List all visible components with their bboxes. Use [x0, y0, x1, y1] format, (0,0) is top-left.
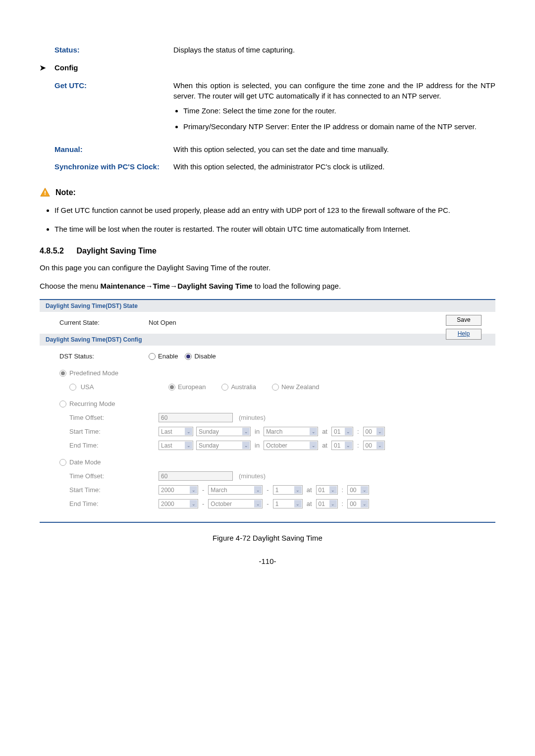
recur-start-label: Start Time:	[48, 428, 159, 435]
date-mode-radio[interactable]	[59, 459, 66, 466]
chevron-down-icon: ⌄	[254, 500, 262, 507]
figure-caption: Figure 4-72 Daylight Saving Time	[40, 534, 495, 542]
recur-start-day[interactable]: Sunday⌄	[196, 427, 251, 436]
usa-radio[interactable]	[69, 384, 76, 391]
nz-radio[interactable]	[272, 384, 279, 391]
date-mode-label: Date Mode	[69, 458, 101, 466]
dst-config-panel: Daylight Saving Time(DST) State Current …	[40, 299, 495, 523]
dst-intro: On this page you can configure the Dayli…	[40, 262, 495, 273]
dash: -	[198, 500, 208, 507]
chevron-down-icon: ⌄	[376, 428, 384, 435]
chevron-down-icon: ⌄	[345, 442, 352, 449]
config-heading-row: ➤ Config	[40, 62, 495, 73]
current-state-label: Current State:	[48, 319, 149, 326]
recurring-mode-radio[interactable]	[59, 401, 66, 407]
recur-start-month[interactable]: March⌄	[264, 427, 318, 436]
chevron-down-icon: ⌄	[190, 486, 197, 494]
date-end-min[interactable]: 00⌄	[347, 499, 369, 508]
colon: :	[353, 428, 363, 435]
dst-config-body: DST Status: Enable Disable Save Help Pre…	[40, 346, 495, 515]
section-number: 4.8.5.2	[40, 247, 74, 255]
warning-icon	[40, 187, 51, 198]
date-start-year[interactable]: 2000⌄	[159, 485, 198, 495]
manual-row: Manual: With this option selected, you c…	[40, 144, 495, 155]
at-label: at	[303, 500, 316, 507]
get-utc-desc: When this option is selected, you can co…	[173, 80, 495, 137]
dst-status-label: DST Status:	[48, 353, 149, 360]
nz-label: New Zealand	[281, 383, 320, 391]
get-utc-label: Get UTC:	[54, 80, 173, 137]
chevron-down-icon: ⌄	[361, 486, 368, 494]
note-item-1: If Get UTC function cannot be used prope…	[54, 205, 495, 216]
note-title: Note:	[55, 188, 76, 197]
manual-label: Manual:	[54, 144, 173, 155]
disable-radio[interactable]	[185, 353, 192, 360]
chevron-down-icon: ⌄	[329, 500, 337, 507]
section-title: Daylight Saving Time	[76, 247, 157, 255]
recur-end-month[interactable]: October⌄	[264, 441, 318, 450]
chevron-down-icon: ⌄	[329, 486, 337, 494]
status-label: Status:	[54, 45, 173, 55]
at-label: at	[318, 428, 331, 435]
save-button[interactable]: Save	[446, 315, 482, 326]
bullet-ntp: Primary/Secondary NTP Server: Enter the …	[183, 121, 495, 132]
recur-end-hour[interactable]: 01⌄	[331, 441, 353, 450]
menu-suffix: to load the following page.	[253, 282, 341, 290]
date-start-min[interactable]: 00⌄	[347, 485, 369, 495]
recur-start-min[interactable]: 00⌄	[363, 427, 385, 436]
bullet-timezone: Time Zone: Select the time zone for the …	[183, 105, 495, 116]
at-label: at	[318, 442, 331, 449]
note-list: If Get UTC function cannot be used prope…	[40, 205, 495, 235]
colon: :	[353, 442, 363, 449]
dst-config-head: Daylight Saving Time(DST) Config	[40, 334, 495, 346]
date-start-label: Start Time:	[48, 486, 159, 494]
recur-start-hour[interactable]: 01⌄	[331, 427, 353, 436]
chevron-down-icon: ⌄	[294, 486, 302, 494]
svg-rect-2	[45, 194, 46, 195]
usa-label: USA	[81, 383, 94, 391]
enable-label: Enable	[158, 353, 178, 360]
manual-desc: With this option selected, you can set t…	[173, 144, 495, 155]
predefined-mode-radio[interactable]	[59, 370, 66, 377]
predefined-mode-label: Predefined Mode	[69, 369, 118, 377]
dash: -	[198, 486, 208, 494]
chevron-down-icon: ⌄	[361, 500, 368, 507]
date-start-month[interactable]: March⌄	[208, 485, 263, 495]
date-end-year[interactable]: 2000⌄	[159, 499, 198, 508]
chevron-down-icon: ⌄	[185, 442, 192, 449]
date-end-hour[interactable]: 01⌄	[316, 499, 338, 508]
sync-desc: With this option selected, the administr…	[173, 161, 495, 172]
colon: :	[338, 486, 348, 494]
date-end-day[interactable]: 1⌄	[273, 499, 303, 508]
european-radio[interactable]	[168, 384, 175, 391]
recur-end-week[interactable]: Last⌄	[159, 441, 193, 450]
recur-end-day[interactable]: Sunday⌄	[196, 441, 251, 450]
recur-end-min[interactable]: 00⌄	[363, 441, 385, 450]
help-button[interactable]: Help	[446, 329, 482, 340]
chevron-down-icon: ⌄	[345, 428, 352, 435]
minutes-label-1: (minutes)	[239, 414, 266, 421]
date-time-offset-input[interactable]: 60	[159, 471, 233, 481]
enable-radio[interactable]	[149, 353, 156, 360]
date-time-offset-label: Time Offset:	[48, 472, 159, 480]
disable-label: Disable	[194, 353, 215, 360]
config-heading: Config	[54, 62, 173, 73]
recur-start-week[interactable]: Last⌄	[159, 427, 193, 436]
svg-rect-1	[45, 191, 46, 194]
date-start-day[interactable]: 1⌄	[273, 485, 303, 495]
colon: :	[338, 500, 348, 507]
date-start-hour[interactable]: 01⌄	[316, 485, 338, 495]
australia-label: Australia	[231, 383, 256, 391]
chevron-down-icon: ⌄	[254, 486, 262, 494]
chevron-down-icon: ⌄	[310, 442, 317, 449]
status-row: Status: Displays the status of time capt…	[40, 45, 495, 55]
chevron-down-icon: ⌄	[242, 442, 250, 449]
current-state-value: Not Open	[149, 319, 176, 326]
recurring-mode-label: Recurring Mode	[69, 400, 115, 407]
recur-time-offset-input[interactable]: 60	[159, 413, 233, 422]
dst-section-heading: 4.8.5.2 Daylight Saving Time	[40, 247, 495, 255]
date-end-month[interactable]: October⌄	[208, 499, 263, 508]
european-label: European	[178, 383, 206, 391]
at-label: at	[303, 486, 316, 494]
australia-radio[interactable]	[221, 384, 228, 391]
